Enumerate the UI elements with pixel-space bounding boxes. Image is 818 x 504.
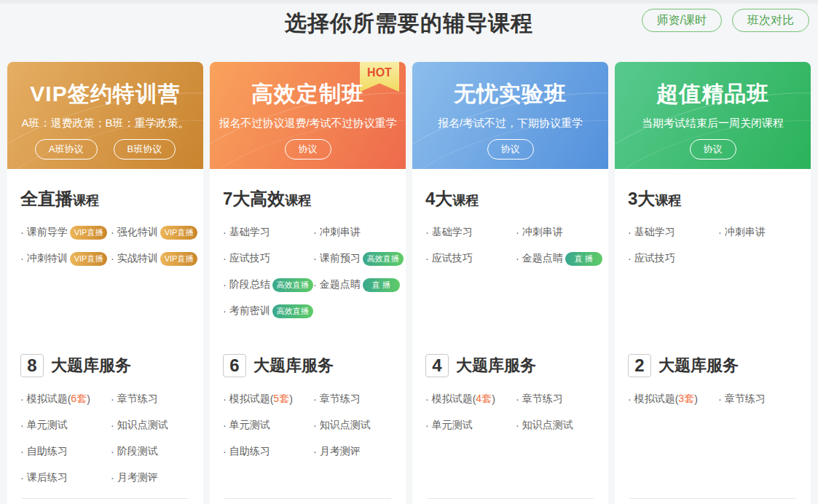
protocol-button[interactable]: 协议 [487, 139, 534, 160]
question-bank-section: 4大题库服务·模拟试题(4套)·章节练习·单元测试·知识点测试 [425, 334, 601, 438]
paren-close: ) [289, 393, 293, 405]
bank-count-box: 8 [20, 354, 44, 377]
bank-section-title: 4大题库服务 [425, 354, 601, 377]
bullet: · [628, 393, 632, 405]
course-count-label: 4大 [425, 189, 452, 208]
protocol-button[interactable]: A班协议 [35, 139, 98, 160]
course-item-label: 冲刺串讲 [725, 226, 766, 239]
course-cards: VIP签约特训营A班：退费政策；B班：重学政策。A班协议B班协议全直播课程·课前… [7, 62, 811, 504]
bank-section-title: 2大题库服务 [628, 354, 803, 377]
course-section: 7大高效课程·基础学习·冲刺串讲·应试技巧·课前预习高效直播·阶段总结高效直播·… [223, 169, 398, 334]
bank-item: ·自助练习 [223, 438, 313, 465]
bullet: · [425, 420, 429, 431]
bullet: · [111, 472, 114, 484]
bullet: · [223, 446, 227, 457]
protocol-buttons: 协议 [412, 139, 608, 160]
teachers-hours-button[interactable]: 师资/课时 [642, 9, 722, 32]
course-item-label: 实战特训 [117, 252, 158, 265]
course-suffix-label: 课程 [73, 193, 99, 208]
course-count-label: 全直播 [20, 189, 73, 208]
bank-item-label: 模拟试题 [27, 393, 68, 406]
card-bottom-divider [427, 498, 594, 499]
bullet: · [111, 393, 114, 405]
bank-count-box: 4 [425, 354, 449, 377]
bank-item-label: 课后练习 [27, 471, 68, 484]
protocol-button[interactable]: 协议 [690, 139, 736, 160]
bank-item-label: 章节练习 [320, 393, 361, 406]
protocol-button[interactable]: 协议 [285, 139, 331, 160]
bullet: · [718, 227, 722, 238]
bullet: · [628, 253, 632, 264]
bank-item: ·章节练习 [718, 386, 803, 412]
card-body: 全直播课程·课前导学VIP直播·强化特训VIP直播·冲刺特训VIP直播·实战特训… [7, 169, 203, 491]
bullet: · [20, 227, 24, 238]
course-count-label: 3大 [628, 189, 655, 208]
course-item: ·基础学习 [628, 219, 718, 245]
card-header: 无忧实验班报名/考试不过，下期协议重学协议 [412, 62, 608, 169]
course-item-label: 应试技巧 [432, 252, 473, 265]
bullet: · [111, 446, 114, 457]
course-item-label: 强化特训 [117, 226, 158, 239]
live-badge: VIP直播 [160, 252, 198, 266]
bank-item: ·单元测试 [20, 412, 111, 438]
bullet: · [425, 227, 429, 238]
bank-items: ·模拟试题(4套)·章节练习·单元测试·知识点测试 [425, 386, 601, 438]
course-item-label: 应试技巧 [229, 252, 270, 265]
live-badge: VIP直播 [70, 252, 108, 266]
bank-item: ·单元测试 [425, 412, 516, 438]
paren-close: ) [87, 393, 90, 405]
course-item: ·课前导学VIP直播 [20, 219, 111, 245]
bank-item: ·课后练习 [20, 465, 111, 491]
bank-title-label: 大题库服务 [253, 355, 334, 377]
course-item: ·冲刺特训VIP直播 [20, 245, 111, 272]
bank-title-label: 大题库服务 [51, 355, 131, 377]
course-item-label: 基础学习 [634, 226, 675, 239]
course-item: ·课前预习高效直播 [313, 245, 404, 272]
bank-item: ·章节练习 [111, 386, 196, 412]
class-compare-button[interactable]: 班次对比 [732, 9, 809, 32]
bank-section-title: 8大题库服务 [20, 354, 196, 377]
bank-item-label: 章节练习 [117, 393, 158, 406]
bank-item-label: 模拟试题 [432, 393, 473, 406]
course-item: ·金题点睛直 播 [313, 272, 404, 298]
course-items: ·基础学习·冲刺串讲·应试技巧·金题点睛直 播 [425, 219, 601, 272]
bullet: · [111, 253, 114, 264]
bank-section-title: 6大题库服务 [223, 354, 398, 377]
bank-item-label: 章节练习 [522, 393, 563, 406]
bullet: · [223, 279, 227, 291]
question-bank-section: 6大题库服务·模拟试题(5套)·章节练习·单元测试·知识点测试·自助练习·月考测… [223, 334, 398, 465]
bank-item-label: 自助练习 [229, 445, 270, 458]
page-header: 选择你所需要的辅导课程 师资/课时 班次对比 [0, 0, 818, 51]
protocol-buttons: A班协议B班协议 [7, 139, 203, 160]
card-subtitle: 报名/考试不过，下期协议重学 [412, 116, 608, 130]
bank-title-label: 大题库服务 [456, 355, 536, 377]
bank-item: ·章节练习 [313, 386, 398, 412]
bullet: · [20, 420, 24, 431]
bullet: · [111, 227, 114, 238]
live-badge: VIP直播 [70, 226, 108, 240]
protocol-button[interactable]: B班协议 [114, 139, 176, 160]
bank-item: ·模拟试题(6套) [20, 386, 111, 412]
card-title: VIP签约特训营 [7, 81, 203, 107]
card-title: 无忧实验班 [412, 81, 608, 107]
bank-item: ·月考测评 [111, 465, 196, 491]
card-subtitle: 当期考试结束后一周关闭课程 [615, 116, 811, 130]
live-badge: 直 播 [565, 252, 602, 266]
bank-item-label: 阶段测试 [117, 445, 158, 458]
course-section: 全直播课程·课前导学VIP直播·强化特训VIP直播·冲刺特训VIP直播·实战特训… [20, 169, 196, 334]
course-items: ·基础学习·冲刺串讲·应试技巧 [628, 219, 803, 272]
course-section-title: 4大课程 [425, 186, 601, 213]
bank-item-label: 知识点测试 [320, 419, 371, 432]
course-card: VIP签约特训营A班：退费政策；B班：重学政策。A班协议B班协议全直播课程·课前… [7, 62, 203, 504]
live-badge: 直 播 [363, 278, 400, 292]
card-bottom-divider [22, 498, 189, 499]
bank-title-label: 大题库服务 [658, 355, 739, 377]
course-suffix-label: 课程 [655, 193, 681, 208]
bank-item: ·模拟试题(5套) [223, 386, 313, 412]
bank-item: ·知识点测试 [516, 412, 601, 438]
course-item-label: 金题点睛 [522, 252, 563, 265]
bank-item: ·模拟试题(3套) [628, 386, 718, 412]
card-header: VIP签约特训营A班：退费政策；B班：重学政策。A班协议B班协议 [7, 62, 203, 169]
bank-item-label: 单元测试 [432, 419, 473, 432]
bank-item-label: 章节练习 [725, 393, 766, 406]
